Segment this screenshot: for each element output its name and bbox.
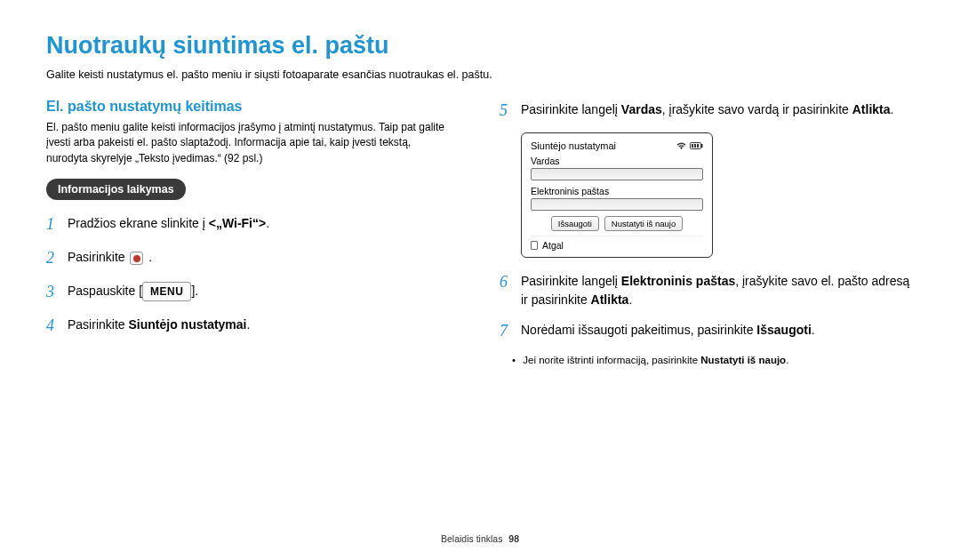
left-column: El. pašto nustatymų keitimas El. pašto m… — [46, 99, 455, 367]
text: Pradžios ekrane slinkite į — [68, 216, 209, 230]
device-header: Siuntėjo nustatymai — [531, 140, 703, 151]
text: . — [891, 102, 894, 116]
field-label-email: Elektroninis paštas — [531, 186, 703, 196]
step-number: 7 — [500, 319, 512, 343]
step-text: Pasirinkite Siuntėjo nustatymai. — [68, 314, 250, 334]
text: , įrašykite savo vardą ir pasirinkite — [662, 102, 852, 116]
save-label: Išsaugoti — [756, 323, 811, 337]
step-4: 4 Pasirinkite Siuntėjo nustatymai. — [46, 314, 455, 338]
name-label: Vardas — [621, 102, 662, 116]
trash-icon — [531, 241, 538, 250]
email-input[interactable] — [531, 198, 703, 211]
step-text: Pradžios ekrane slinkite į <„Wi-Fi“>. — [68, 212, 269, 233]
text: . — [628, 292, 632, 307]
text: Norėdami išsaugoti pakeitimus, pasirinki… — [521, 323, 756, 337]
content-columns: El. pašto nustatymų keitimas El. pašto m… — [46, 99, 916, 367]
right-column: 5 Pasirinkite langelį Vardas, įrašykite … — [500, 99, 916, 367]
save-button[interactable]: Išsaugoti — [551, 216, 599, 231]
text: Jei norite ištrinti informaciją, pasirin… — [523, 355, 700, 365]
done-label: Atlikta — [591, 292, 629, 307]
step-2: 2 Pasirinkite . — [46, 246, 455, 270]
text: Pasirinkite — [68, 250, 128, 264]
page-footer: Belaidis tinklas 98 — [0, 533, 960, 544]
text: . — [145, 250, 152, 264]
step-text: Pasirinkite langelį Vardas, įrašykite sa… — [521, 99, 893, 119]
status-icons — [676, 142, 703, 150]
done-label: Atlikta — [852, 102, 891, 116]
text: Paspauskite [ — [68, 284, 142, 298]
wifi-label: <„Wi-Fi“> — [209, 216, 266, 230]
step-number: 3 — [46, 280, 59, 304]
sender-settings-label: Siuntėjo nustatymai — [128, 317, 246, 332]
step-number: 5 — [500, 99, 512, 123]
text: . — [247, 317, 251, 332]
step-6: 6 Pasirinkite langelį Elektroninis pašta… — [500, 270, 916, 309]
svg-rect-3 — [694, 144, 696, 148]
email-app-icon — [130, 252, 143, 265]
page-number: 98 — [508, 533, 519, 544]
email-field-label: Elektroninis paštas — [621, 274, 735, 288]
name-input[interactable] — [531, 168, 703, 180]
footer-section: Belaidis tinklas — [441, 533, 502, 544]
svg-rect-4 — [697, 144, 699, 148]
battery-icon — [690, 142, 703, 149]
wifi-icon — [676, 142, 686, 150]
text: Pasirinkite langelį — [521, 102, 621, 116]
text: . — [266, 216, 269, 230]
step-text: Pasirinkite langelį Elektroninis paštas,… — [521, 270, 916, 309]
back-label[interactable]: Atgal — [542, 240, 564, 251]
svg-rect-1 — [701, 144, 703, 148]
page-subtitle: Galite keisti nustatymus el. pašto meniu… — [46, 68, 916, 81]
text: ]. — [191, 284, 198, 298]
menu-button-graphic: MENU — [142, 282, 191, 301]
device-title: Siuntėjo nustatymai — [531, 140, 616, 151]
svg-rect-2 — [692, 144, 693, 148]
step-number: 1 — [46, 212, 59, 236]
sub-bullet: Jei norite ištrinti informaciją, pasirin… — [521, 353, 916, 367]
step-3: 3 Paspauskite [MENU]. — [46, 280, 455, 304]
info-badge: Informacijos laikymas — [46, 179, 186, 200]
text: Pasirinkite — [68, 317, 128, 332]
reset-label: Nustatyti iš naujo — [700, 355, 786, 365]
text: . — [786, 355, 788, 365]
section-body: El. pašto meniu galite keisti informacij… — [46, 120, 455, 166]
device-buttons: Išsaugoti Nustatyti iš naujo — [531, 216, 703, 231]
page-title: Nuotraukų siuntimas el. paštu — [46, 32, 916, 60]
step-text: Paspauskite [MENU]. — [68, 280, 198, 301]
step-5: 5 Pasirinkite langelį Vardas, įrašykite … — [500, 99, 916, 123]
text: . — [812, 323, 815, 337]
step-7: 7 Norėdami išsaugoti pakeitimus, pasirin… — [500, 319, 916, 343]
text: Pasirinkite langelį — [521, 274, 621, 288]
step-number: 2 — [46, 246, 59, 270]
step-text: Norėdami išsaugoti pakeitimus, pasirinki… — [521, 319, 815, 340]
section-heading: El. pašto nustatymų keitimas — [46, 99, 455, 115]
device-footer: Atgal — [531, 236, 703, 251]
step-text: Pasirinkite . — [68, 246, 152, 267]
reset-button[interactable]: Nustatyti iš naujo — [604, 216, 683, 231]
step-number: 4 — [46, 314, 59, 338]
device-screenshot: Siuntėjo nustatymai Vardas Elektroninis … — [521, 132, 713, 258]
step-number: 6 — [500, 270, 512, 294]
field-label-name: Vardas — [531, 156, 703, 166]
step-1: 1 Pradžios ekrane slinkite į <„Wi-Fi“>. — [46, 212, 455, 236]
